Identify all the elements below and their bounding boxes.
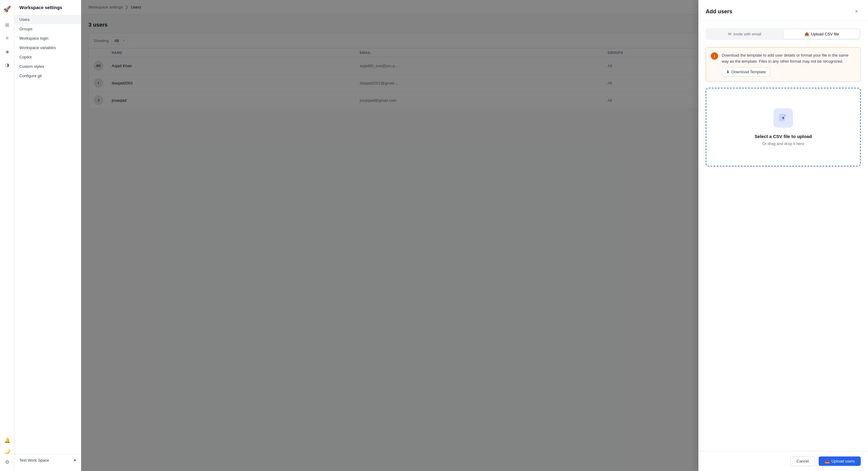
main-content: Workspace settings ❯ Users 3 users Showi… (81, 0, 868, 471)
nav-icon-gear[interactable]: ⚙ (2, 457, 13, 467)
nav-icon-layers[interactable]: ◈ (2, 46, 13, 57)
modal-title: Add users (706, 8, 732, 15)
app-logo[interactable]: 🚀 (2, 4, 13, 14)
tab-upload-csv[interactable]: 📤 Upload CSV file (784, 29, 860, 39)
nav-icon-list[interactable]: ≡ (2, 33, 13, 43)
nav-icon-moon[interactable]: ◑ (2, 59, 13, 70)
sidebar: Workspace settings Users Groups Workspac… (14, 0, 81, 471)
info-text: Download the template to add user detail… (722, 53, 856, 64)
nav-icon-home[interactable]: ⊞ (2, 20, 13, 30)
sidebar-item-configure-git[interactable]: Configure git (14, 71, 81, 80)
upload-drop-zone[interactable]: Select a CSV file to upload Or drag and … (706, 88, 861, 167)
close-button[interactable]: × (852, 7, 861, 16)
chevron-down-icon: ▾ (74, 458, 76, 463)
modal-header: Add users × (699, 0, 868, 21)
upload-users-icon: 📤 (825, 459, 830, 464)
workspace-name: Test Work Space (20, 458, 49, 463)
upload-users-button[interactable]: 📤 Upload users (818, 457, 861, 466)
tab-invite-email[interactable]: ✉ Invite with email (707, 29, 783, 39)
download-template-label: Download Template (732, 70, 766, 74)
info-content: Download the template to add user detail… (722, 53, 856, 76)
email-icon: ✉ (728, 32, 732, 36)
upload-file-icon (778, 112, 789, 124)
sidebar-item-workspace-variables[interactable]: Workspace variables (14, 43, 81, 53)
tab-invite-email-label: Invite with email (733, 32, 761, 36)
sidebar-item-copilot[interactable]: Copilot (14, 53, 81, 62)
upload-users-label: Upload users (831, 459, 855, 464)
nav-icon-moon2[interactable]: 🌙 (2, 445, 13, 457)
upload-main-text: Select a CSV file to upload (754, 134, 812, 139)
modal-body: ✉ Invite with email 📤 Upload CSV file i … (699, 21, 868, 451)
tab-upload-csv-label: Upload CSV file (811, 32, 839, 36)
download-template-button[interactable]: ⬇ Download Template (722, 67, 771, 76)
sidebar-item-custom-styles[interactable]: Custom styles (14, 62, 81, 71)
info-icon: i (711, 53, 718, 60)
info-box: i Download the template to add user deta… (706, 47, 861, 82)
sidebar-item-groups[interactable]: Groups (14, 24, 81, 34)
sidebar-title: Workspace settings (14, 5, 81, 15)
add-users-modal: Add users × ✉ Invite with email 📤 Upload… (81, 0, 868, 471)
left-icon-nav: 🚀 ⊞ ≡ ◈ ◑ 🔔 🌙 ⚙ (0, 0, 14, 471)
sidebar-item-users[interactable]: Users (14, 15, 81, 24)
nav-icon-bell[interactable]: 🔔 (2, 435, 13, 445)
cancel-button[interactable]: Cancel (790, 456, 815, 466)
upload-csv-icon: 📤 (804, 32, 809, 36)
sidebar-item-workspace-login[interactable]: Workspace login (14, 34, 81, 43)
modal-footer: Cancel 📤 Upload users (699, 451, 868, 471)
tab-bar: ✉ Invite with email 📤 Upload CSV file (706, 28, 861, 40)
download-icon: ⬇ (726, 70, 730, 74)
upload-icon-box (774, 108, 793, 128)
workspace-selector[interactable]: Test Work Space ▾ (14, 454, 81, 466)
upload-sub-text: Or drag and drop it here (762, 141, 804, 146)
modal-panel: Add users × ✉ Invite with email 📤 Upload… (699, 0, 868, 471)
